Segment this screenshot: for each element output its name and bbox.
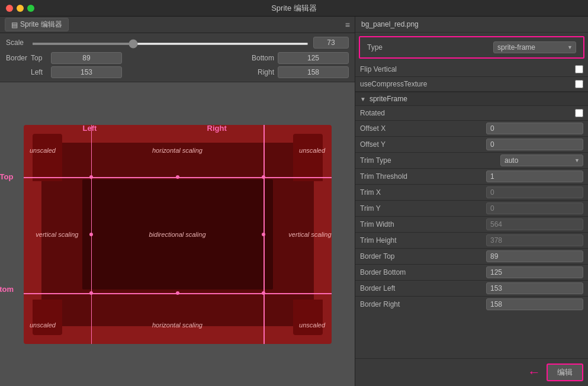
type-label: Type [367,43,383,52]
window-title: Sprite 编辑器 [271,3,317,14]
h-scaling-bottom: horizontal scaling [152,321,203,329]
right-input[interactable] [278,66,349,78]
unscaled-bl: unscaled [30,321,56,329]
sprite-canvas: Left Right Top Bottom unscaled unscaled … [24,125,332,344]
right-panel-bottom: ← 编辑 [355,358,588,386]
main-layout: ▤ Sprite 编辑器 ≡ Scale Border Top [0,17,588,386]
sprite-editor-tab[interactable]: ▤ Sprite 编辑器 [5,18,69,31]
bottom-label-canvas: Bottom [0,285,14,294]
type-row: Type sprite-frame [362,40,581,55]
border-left-input[interactable] [486,282,583,294]
border-right-input[interactable] [486,298,583,310]
right-label: Right [250,68,274,76]
top-label: Top [31,54,47,62]
filename: bg_panel_red.png [361,20,419,28]
border-right-row: Border Right [355,297,588,312]
window-controls[interactable] [6,5,34,12]
trim-type-row: Trim Type auto [355,153,588,168]
section-arrow-icon: ▼ [360,96,366,102]
hamburger-icon[interactable]: ≡ [345,20,350,30]
right-label-canvas: Right [207,124,227,133]
h-scaling-top: horizontal scaling [152,147,203,154]
tab-icon: ▤ [11,21,18,29]
border-top-input[interactable] [486,250,583,262]
controls-area: Scale Border Top Bottom Left [0,33,355,82]
type-select-wrapper: sprite-frame [493,41,576,53]
use-compress-texture-label: useCompressTexture [360,80,427,88]
use-compress-texture-row: useCompressTexture [355,77,588,91]
scale-slider-container [32,38,309,47]
scale-row: Scale [6,37,349,49]
offset-y-label: Offset Y [360,140,385,149]
border-right-label: Border Right [360,300,400,308]
left-label: Left [31,68,47,76]
border-top-label: Border Top [360,252,394,260]
bottom-input[interactable] [278,52,349,64]
type-section: Type sprite-frame [359,36,584,59]
right-panel: bg_panel_red.png Type sprite-frame Flip … [355,17,588,386]
tab-label: Sprite 编辑器 [20,20,62,30]
border-label: Border [6,54,27,62]
bidi-scaling: bidirectional scaling [149,231,206,238]
trim-height-row: Trim Height [355,233,588,248]
rotated-row: Rotated [355,106,588,120]
bottom-label: Bottom [250,54,274,62]
trim-x-input [486,186,583,198]
trim-y-label: Trim Y [360,204,381,213]
flip-vertical-row: Flip Vertical [355,62,588,76]
flip-vertical-label: Flip Vertical [360,65,397,73]
trim-type-label: Trim Type [360,156,391,165]
border-bottom-row: Border Bottom [355,265,588,280]
trim-width-label: Trim Width [360,220,394,229]
trim-type-select[interactable]: auto [500,155,583,166]
offset-y-input[interactable] [486,139,583,150]
offset-y-row: Offset Y [355,137,588,152]
left-label-canvas: Left [83,124,97,133]
rotated-label: Rotated [360,109,385,117]
border-top-row: Border Top [355,249,588,264]
left-input[interactable] [51,66,122,78]
scale-value-input[interactable] [313,37,349,49]
border-top-row: Border Top Bottom [6,52,349,64]
minimize-button[interactable] [17,5,24,12]
close-button[interactable] [6,5,13,12]
pink-arrow-icon: ← [528,365,541,380]
top-input[interactable] [51,52,122,64]
scale-label: Scale [6,38,27,47]
offset-x-label: Offset X [360,124,385,133]
border-left-row: Left Right [6,66,349,78]
spriteframe-section-title: spriteFrame [369,95,407,103]
spriteframe-section-header: ▼ spriteFrame [355,92,588,106]
border-bottom-input[interactable] [486,266,583,278]
border-rows: Border Top Bottom Left Right [6,52,349,78]
trim-threshold-row: Trim Threshold [355,169,588,184]
border-bottom-label: Border Bottom [360,268,406,276]
border-left-row: Border Left [355,281,588,296]
unscaled-tl: unscaled [30,147,56,154]
trim-y-input [486,202,583,214]
trim-x-label: Trim X [360,188,381,197]
maximize-button[interactable] [27,5,34,12]
trim-y-row: Trim Y [355,201,588,216]
trim-x-row: Trim X [355,185,588,200]
offset-x-input[interactable] [486,123,583,134]
left-panel-header: ▤ Sprite 编辑器 ≡ [0,17,355,33]
v-scaling-right: vertical scaling [288,231,331,238]
border-left-label: Border Left [360,284,395,292]
type-select[interactable]: sprite-frame [493,41,576,53]
edit-button[interactable]: 编辑 [547,364,583,381]
scale-slider[interactable] [32,43,309,45]
trim-width-input [486,218,583,230]
flip-vertical-checkbox[interactable] [575,65,583,73]
trim-type-select-wrapper: auto [500,155,583,166]
unscaled-tr: unscaled [299,147,325,154]
trim-threshold-input[interactable] [486,171,583,182]
use-compress-texture-checkbox[interactable] [575,80,583,88]
trim-width-row: Trim Width [355,217,588,232]
trim-height-input [486,234,583,246]
rotated-checkbox[interactable] [575,109,583,117]
v-scaling-left: vertical scaling [36,231,78,238]
canvas-area: Left Right Top Bottom unscaled unscaled … [0,82,355,386]
trim-threshold-label: Trim Threshold [360,172,407,181]
trim-height-label: Trim Height [360,236,397,245]
